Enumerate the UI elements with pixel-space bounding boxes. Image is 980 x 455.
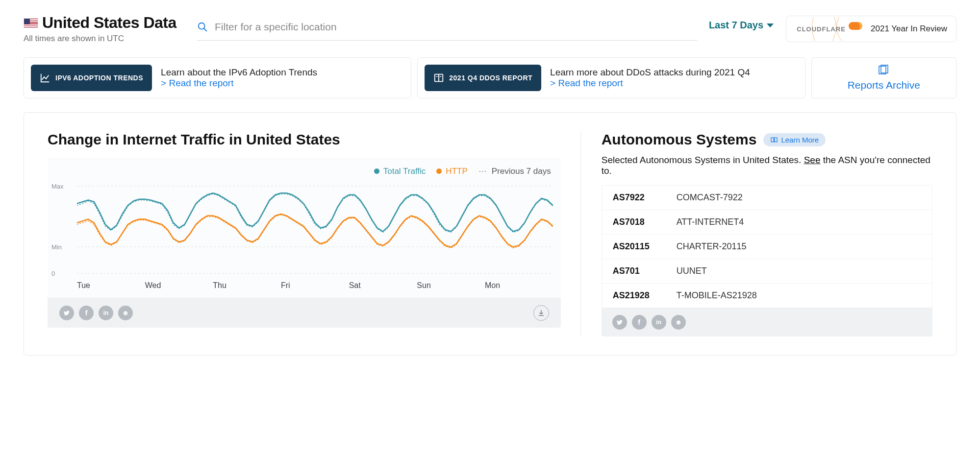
search-icon — [197, 22, 208, 32]
asn-row[interactable]: AS701UUNET — [602, 259, 932, 283]
x-tick: Sat — [349, 281, 417, 290]
legend-dot-total — [374, 168, 379, 174]
time-range-label: Last 7 Days — [709, 20, 763, 31]
year-review-label: 2021 Year In Review — [871, 24, 947, 34]
asn-code: AS21928 — [613, 290, 677, 301]
svg-point-14 — [677, 321, 680, 325]
learn-more-button[interactable]: Learn More — [763, 133, 826, 146]
year-in-review-link[interactable]: CLOUDFLARE 2021 Year In Review — [786, 16, 956, 42]
y-tick-max: Max — [51, 183, 64, 190]
y-tick-min: Min — [51, 243, 62, 251]
share-reddit-icon[interactable] — [118, 306, 133, 320]
archive-icon — [878, 65, 890, 75]
share-facebook-icon[interactable]: f — [79, 306, 94, 320]
asn-code: AS20115 — [613, 241, 677, 252]
asn-table: AS7922COMCAST-7922AS7018ATT-INTERNET4AS2… — [602, 185, 932, 308]
download-chart-button[interactable] — [533, 305, 549, 321]
asn-code: AS7922 — [613, 192, 677, 203]
x-tick: Mon — [485, 281, 553, 290]
asn-name: ATT-INTERNET4 — [677, 217, 744, 227]
asn-row[interactable]: AS7922COMCAST-7922 — [602, 186, 932, 210]
time-range-select[interactable]: Last 7 Days — [709, 20, 774, 31]
chart-title: Change in Internet Traffic in United Sta… — [48, 131, 561, 148]
chart-line-icon — [40, 72, 50, 83]
asn-row[interactable]: AS20115CHARTER-20115 — [602, 234, 932, 259]
promo-ipv6-badge: IPV6 ADOPTION TRENDS — [55, 74, 143, 82]
svg-point-11 — [124, 311, 127, 315]
legend-dot-http — [436, 168, 442, 174]
share-linkedin-icon[interactable]: in — [99, 306, 113, 320]
legend-total: Total Traffic — [383, 167, 426, 176]
x-tick: Thu — [213, 281, 281, 290]
promo-ddos-headline: Learn more about DDoS attacks during 202… — [550, 67, 750, 78]
promo-ipv6[interactable]: IPV6 ADOPTION TRENDS Learn about the IPv… — [24, 57, 411, 98]
x-tick: Wed — [145, 281, 213, 290]
asn-name: CHARTER-20115 — [677, 241, 747, 252]
asn-row[interactable]: AS21928T-MOBILE-AS21928 — [602, 283, 932, 308]
asn-description: Selected Autonomous Systems in United St… — [602, 155, 932, 176]
asn-name: UUNET — [677, 266, 707, 276]
share-twitter-icon[interactable] — [612, 315, 627, 330]
legend-http: HTTP — [446, 167, 467, 176]
share-facebook-icon[interactable]: f — [632, 315, 647, 330]
promo-ipv6-headline: Learn about the IPv6 Adoption Trends — [161, 67, 317, 78]
location-search[interactable] — [197, 18, 697, 41]
share-twitter-icon[interactable] — [59, 306, 74, 320]
book-icon — [770, 136, 778, 143]
x-tick: Fri — [281, 281, 349, 290]
promo-ddos-badge: 2021 Q4 DDOS REPORT — [449, 74, 532, 82]
chevron-down-icon — [766, 23, 774, 28]
see-asn-link[interactable]: See — [804, 155, 821, 165]
cloudflare-logo: CLOUDFLARE — [795, 20, 864, 38]
page-title: United States Data — [42, 14, 176, 32]
asn-row[interactable]: AS7018ATT-INTERNET4 — [602, 210, 932, 234]
share-linkedin-icon[interactable]: in — [652, 315, 666, 330]
x-tick: Tue — [77, 281, 145, 290]
asn-code: AS701 — [613, 266, 677, 276]
share-reddit-icon[interactable] — [671, 315, 686, 330]
asn-name: COMCAST-7922 — [677, 192, 743, 203]
svg-line-1 — [204, 28, 207, 31]
svg-point-12 — [124, 312, 125, 313]
traffic-chart: Total Traffic HTTP ⋯ Previous 7 days Max… — [48, 159, 561, 298]
timezone-note: All times are shown in UTC — [24, 34, 185, 44]
svg-point-13 — [126, 312, 127, 313]
promo-ddos[interactable]: 2021 Q4 DDOS REPORT Learn more about DDo… — [417, 57, 805, 98]
learn-more-label: Learn More — [781, 136, 819, 144]
legend-prev: Previous 7 days — [492, 167, 551, 176]
y-tick-zero: 0 — [51, 270, 55, 277]
svg-point-16 — [679, 322, 680, 323]
promo-ddos-link[interactable]: > Read the report — [550, 78, 750, 89]
archive-label: Reports Archive — [848, 79, 920, 91]
reports-archive[interactable]: Reports Archive — [811, 57, 956, 98]
us-flag-icon — [24, 18, 38, 28]
x-tick: Sun — [417, 281, 485, 290]
asn-title: Autonomous Systems — [602, 131, 757, 148]
legend-dots-icon: ⋯ — [478, 166, 488, 176]
promo-ipv6-link[interactable]: > Read the report — [161, 78, 317, 89]
asn-code: AS7018 — [613, 217, 677, 227]
report-icon — [433, 72, 444, 83]
asn-name: T-MOBILE-AS21928 — [677, 290, 757, 301]
search-input[interactable] — [214, 21, 697, 33]
svg-point-15 — [677, 322, 678, 323]
